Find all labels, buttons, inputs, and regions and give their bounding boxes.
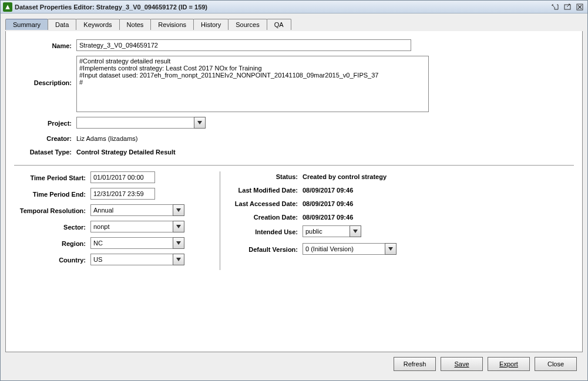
default-version-combo[interactable]	[303, 243, 397, 255]
name-label: Name:	[14, 41, 76, 49]
chevron-down-icon[interactable]	[173, 254, 184, 265]
sector-label: Sector:	[14, 222, 90, 231]
tab-revisions[interactable]: Revisions	[150, 19, 194, 30]
region-field[interactable]	[90, 237, 173, 249]
last-accessed-label: Last Accessed Date:	[226, 199, 303, 207]
name-field[interactable]	[76, 39, 411, 51]
close-button[interactable]: Close	[535, 357, 577, 371]
temporal-resolution-label: Temporal Resolution:	[14, 206, 90, 214]
creation-date-label: Creation Date:	[226, 213, 303, 221]
project-label: Project:	[14, 119, 76, 127]
tab-history[interactable]: History	[193, 19, 229, 30]
svg-rect-0	[565, 5, 570, 9]
chevron-down-icon[interactable]	[173, 237, 184, 249]
intended-use-field[interactable]	[303, 225, 350, 237]
tab-summary[interactable]: Summary	[5, 19, 48, 30]
temporal-resolution-combo[interactable]	[90, 204, 184, 216]
temporal-resolution-field[interactable]	[90, 204, 173, 216]
dataset-properties-window: Dataset Properties Editor: Strategy_3_V0…	[0, 0, 588, 381]
vertical-divider	[220, 171, 220, 270]
creator-label: Creator:	[14, 134, 76, 142]
export-button[interactable]: Export	[488, 357, 530, 371]
close-icon[interactable]	[574, 2, 585, 12]
country-label: Country:	[14, 255, 90, 264]
status-value: Created by control strategy	[303, 171, 387, 180]
chevron-down-icon[interactable]	[173, 204, 184, 216]
time-start-label: Time Period Start:	[14, 173, 90, 181]
chevron-down-icon[interactable]	[194, 117, 206, 129]
intended-use-label: Intended Use:	[226, 227, 303, 235]
save-button[interactable]: Save	[441, 357, 483, 371]
sector-field[interactable]	[90, 221, 173, 232]
chevron-down-icon[interactable]	[350, 225, 361, 237]
status-label: Status:	[226, 172, 303, 180]
sector-combo[interactable]	[90, 221, 184, 232]
refresh-button[interactable]: Refresh	[394, 357, 436, 371]
default-version-field[interactable]	[303, 243, 385, 255]
creator-value: Liz Adams (lizadams)	[76, 133, 138, 142]
tab-notes[interactable]: Notes	[119, 19, 152, 30]
tab-sources[interactable]: Sources	[228, 19, 267, 30]
minimize-internal-icon[interactable]	[550, 2, 560, 12]
region-label: Region:	[14, 239, 90, 247]
summary-panel: Name: Description: #Control strategy det…	[6, 31, 582, 352]
time-end-label: Time Period End:	[14, 190, 90, 198]
app-icon	[3, 2, 12, 12]
country-field[interactable]	[90, 254, 173, 265]
last-accessed-value: 08/09/2017 09:46	[303, 198, 353, 207]
button-bar: Refresh Save Export Close	[5, 352, 583, 376]
chevron-down-icon[interactable]	[173, 221, 184, 232]
tab-bar: Summary Data Keywords Notes Revisions Hi…	[5, 19, 291, 30]
description-label: Description:	[14, 56, 76, 86]
dataset-type-label: Dataset Type:	[14, 147, 76, 156]
project-field[interactable]	[76, 117, 194, 129]
country-combo[interactable]	[90, 254, 184, 265]
maximize-icon[interactable]	[562, 2, 573, 12]
tab-qa[interactable]: QA	[267, 19, 291, 30]
region-combo[interactable]	[90, 237, 184, 249]
tab-data[interactable]: Data	[48, 19, 76, 30]
last-modified-label: Last Modified Date:	[226, 186, 303, 194]
project-combo[interactable]	[76, 117, 206, 129]
intended-use-combo[interactable]	[303, 225, 361, 237]
tab-keywords[interactable]: Keywords	[76, 19, 119, 30]
description-field[interactable]: #Control strategy detailed result #Imple…	[76, 56, 429, 112]
last-modified-value: 08/09/2017 09:46	[303, 185, 353, 194]
titlebar: Dataset Properties Editor: Strategy_3_V0…	[1, 1, 587, 14]
separator	[14, 165, 574, 166]
dataset-type-value: Control Strategy Detailed Result	[76, 147, 176, 156]
default-version-label: Default Version:	[226, 245, 303, 253]
window-title: Dataset Properties Editor: Strategy_3_V0…	[15, 4, 550, 11]
creation-date-value: 08/09/2017 09:46	[303, 212, 353, 221]
time-start-field[interactable]	[90, 171, 155, 183]
time-end-field[interactable]	[90, 188, 155, 200]
chevron-down-icon[interactable]	[385, 243, 397, 255]
